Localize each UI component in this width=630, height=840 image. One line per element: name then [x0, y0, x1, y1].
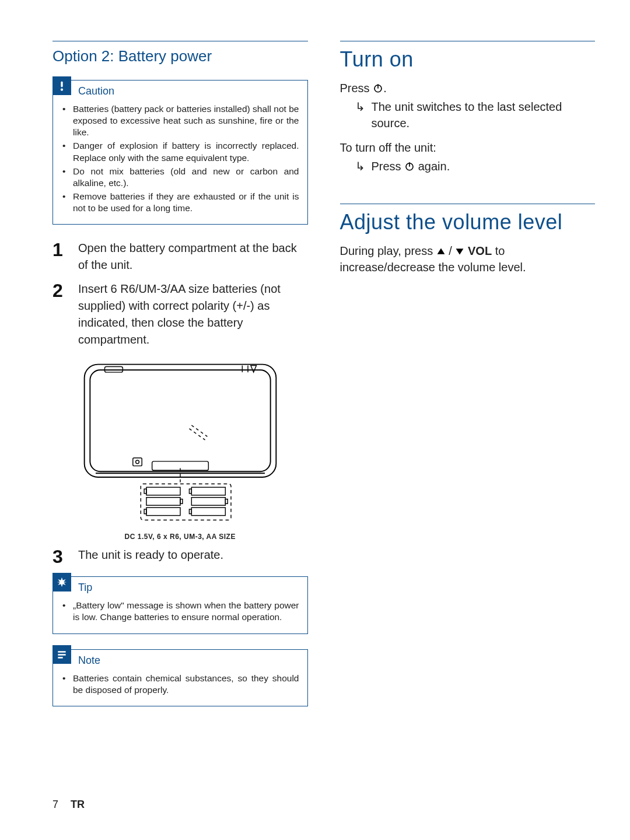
off-step-prefix: Press [372, 160, 405, 173]
svg-rect-9 [133, 458, 142, 466]
step-3: The unit is ready to operate. [52, 547, 308, 564]
tip-icon [52, 573, 71, 592]
svg-point-10 [135, 460, 139, 464]
left-column: Option 2: Battery power Caution Batterie… [52, 41, 308, 817]
press-suffix: . [383, 82, 387, 94]
tip-head: Tip [53, 577, 307, 597]
caution-title: Caution [78, 80, 114, 97]
lang-code: TR [71, 799, 85, 810]
svg-rect-24 [58, 651, 65, 653]
power-icon [404, 161, 415, 172]
steps-list: Open the battery compartment at the back… [52, 240, 308, 348]
note-text: Batteries contain chemical substances, s… [71, 673, 299, 696]
caution-box: Caution Batteries (battery pack or batte… [52, 80, 308, 225]
footer: 7 TR [52, 799, 85, 811]
svg-rect-16 [191, 498, 225, 506]
spacer [340, 183, 596, 204]
svg-rect-15 [191, 488, 225, 496]
svg-rect-20 [144, 509, 146, 514]
svg-rect-25 [58, 654, 65, 656]
svg-rect-26 [58, 657, 62, 659]
note-box: Note Batteries contain chemical substanc… [52, 649, 308, 706]
battery-caption: DC 1.5V, 6 x R6, UM-3, AA SIZE [52, 533, 308, 541]
vol-prefix: During play, press [340, 244, 436, 257]
caution-head: Caution [53, 80, 307, 101]
off-intro: To turn off the unit: [340, 139, 596, 156]
off-step: Press again. [355, 158, 596, 174]
caution-item: Batteries (battery pack or batteries ins… [71, 103, 299, 138]
caution-body: Batteries (battery pack or batteries ins… [53, 103, 307, 224]
tip-box: Tip „Battery low" message is shown when … [52, 576, 308, 634]
caution-item: Danger of explosion if battery is incorr… [71, 140, 299, 163]
note-title: Note [78, 650, 100, 667]
svg-rect-23 [189, 509, 191, 514]
page-number: 7 [52, 799, 58, 810]
heading-volume: Adjust the volume level [340, 204, 596, 235]
power-icon [373, 83, 383, 93]
svg-rect-22 [225, 499, 228, 504]
turnon-result-text: The unit switches to the last selected s… [355, 99, 596, 131]
vol-mid: / [446, 244, 456, 257]
heading-battery-power: Option 2: Battery power [52, 47, 308, 65]
svg-rect-0 [61, 81, 62, 87]
volume-text: During play, press / VOL to increase/dec… [340, 243, 596, 275]
svg-rect-19 [180, 499, 183, 504]
svg-point-1 [61, 88, 63, 90]
off-step-suffix: again. [415, 160, 450, 173]
tip-body: „Battery low" message is shown when the … [53, 600, 307, 633]
battery-diagram-svg [78, 358, 282, 527]
page: Option 2: Battery power Caution Batterie… [0, 0, 630, 840]
step-1: Open the battery compartment at the back… [52, 240, 308, 274]
step-2: Insert 6 R6/UM-3/AA size batteries (not … [52, 281, 308, 348]
triangle-up-icon [436, 247, 446, 256]
svg-rect-17 [191, 508, 225, 516]
caution-icon [52, 76, 71, 95]
svg-rect-11 [141, 484, 231, 520]
svg-rect-18 [144, 489, 146, 494]
svg-rect-12 [146, 488, 180, 496]
turnon-result: The unit switches to the last selected s… [340, 99, 596, 131]
press-prefix: Press [340, 82, 373, 94]
press-line: Press . [340, 80, 596, 96]
off-steps: Press again. [340, 158, 596, 174]
svg-rect-14 [146, 508, 180, 516]
tip-text: „Battery low" message is shown when the … [71, 600, 299, 623]
note-body: Batteries contain chemical substances, s… [53, 673, 307, 706]
triangle-down-icon [455, 247, 464, 256]
right-column: Turn on Press . The unit switches to the… [340, 41, 596, 817]
svg-rect-2 [84, 365, 276, 477]
caution-item: Remove batteries if they are exhausted o… [71, 191, 299, 214]
steps-list-3: The unit is ready to operate. [52, 547, 308, 564]
note-icon [52, 645, 71, 664]
svg-rect-3 [90, 370, 270, 472]
tip-title: Tip [78, 577, 92, 594]
vol-label: VOL [468, 244, 492, 257]
svg-rect-21 [189, 489, 191, 494]
note-head: Note [53, 650, 307, 670]
rule-line [52, 41, 308, 41]
svg-rect-13 [146, 498, 180, 506]
caution-list: Batteries (battery pack or batteries ins… [61, 103, 299, 214]
caution-item: Do not mix batteries (old and new or car… [71, 166, 299, 189]
heading-turn-on: Turn on [340, 41, 596, 72]
battery-figure [52, 358, 308, 527]
